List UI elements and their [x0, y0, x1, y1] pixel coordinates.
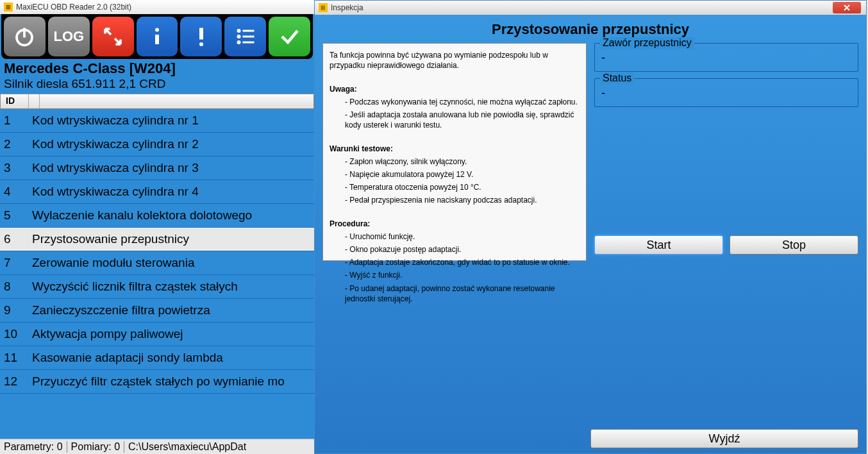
row-desc: Kod wtryskiwacza cylindra nr 3 — [28, 161, 314, 175]
dialog-app-icon: ⊞ — [319, 3, 328, 12]
row-id: 3 — [0, 161, 28, 175]
action-buttons: Start Stop — [594, 235, 858, 255]
row-desc: Wyczyścić licznik filtra cząstek stałych — [28, 280, 314, 294]
row-id: 5 — [0, 208, 28, 223]
status-bar: Parametry: 0 Pomiary: 0 C:\Users\maxiecu… — [0, 439, 314, 454]
row-id: 7 — [0, 256, 28, 270]
row-id: 12 — [0, 374, 28, 389]
instr-proc-5: - Po udanej adaptacji, powinno zostać wy… — [330, 283, 580, 304]
fullscreen-button[interactable] — [92, 17, 134, 56]
row-id: 11 — [0, 351, 28, 365]
info-button[interactable] — [137, 17, 178, 56]
log-button[interactable]: LOG — [48, 17, 90, 56]
svg-rect-4 — [199, 28, 203, 40]
row-desc: Przystosowanie przepustnicy — [28, 232, 314, 246]
dialog-title-text: Inspekcja — [331, 3, 363, 12]
engine-info: Silnik diesla 651.911 2,1 CRD — [4, 77, 310, 91]
instr-proc-1: - Uruchomić funkcję. — [330, 231, 580, 242]
warning-icon — [190, 25, 213, 48]
right-panel: Zawór przepustnicy - Status - Start Stop — [594, 43, 858, 261]
svg-point-6 — [237, 29, 240, 33]
row-id: 6 — [0, 232, 28, 246]
instr-uwaga-h: Uwaga: — [330, 84, 580, 94]
ok-button[interactable] — [269, 17, 310, 56]
dialog-titlebar[interactable]: ⊞ Inspekcja — [315, 1, 866, 15]
list-button[interactable] — [224, 17, 266, 56]
start-button[interactable]: Start — [594, 235, 723, 255]
info-icon — [146, 25, 169, 48]
stop-button[interactable]: Stop — [730, 235, 858, 255]
status-params: Parametry: 0 — [4, 441, 67, 453]
status-label: Status — [600, 72, 634, 84]
main-titlebar[interactable]: ⊞ MaxiECU OBD Reader 2.0 (32bit) — [0, 0, 314, 14]
table-row[interactable]: 4Kod wtryskiwacza cylindra nr 4 — [0, 180, 314, 204]
row-desc: Zerowanie modułu sterowania — [28, 256, 314, 270]
table-row[interactable]: 5Wylaczenie kanalu kolektora dolotowego — [0, 204, 314, 228]
dialog-window: ⊞ Inspekcja Przystosowanie przepustnicy … — [314, 0, 867, 454]
instr-warunki-2: - Napięcie akumulatora powyżej 12 V. — [330, 169, 580, 180]
th-id: ID — [1, 94, 29, 108]
dialog-body: Przystosowanie przepustnicy Ta funkcja p… — [315, 15, 866, 453]
th-desc — [29, 94, 40, 108]
row-desc: Przyuczyć filtr cząstek stałych po wymia… — [28, 374, 314, 389]
expand-icon — [101, 25, 124, 48]
table-row[interactable]: 6Przystosowanie przepustnicy — [0, 228, 314, 251]
main-window: ⊞ MaxiECU OBD Reader 2.0 (32bit) LOG Mer… — [0, 0, 314, 454]
svg-point-10 — [237, 40, 240, 44]
list-icon — [234, 25, 257, 48]
table-row[interactable]: 3Kod wtryskiwacza cylindra nr 3 — [0, 156, 314, 180]
table-row[interactable]: 10Aktywacja pompy paliwowej — [0, 323, 314, 346]
close-button[interactable] — [833, 2, 861, 13]
app-icon: ⊞ — [4, 3, 13, 12]
valve-value: - — [601, 51, 851, 65]
instr-warunki-h: Warunki testowe: — [330, 144, 580, 154]
row-desc: Kasowanie adaptacji sondy lambda — [28, 351, 314, 365]
instr-uwaga-1: - Podczas wykonywania tej czynności, nie… — [330, 97, 580, 107]
dialog-heading: Przystosowanie przepustnicy — [322, 21, 858, 38]
instr-proc-2: - Okno pokazuje postęp adaptacji. — [330, 244, 580, 255]
status-path: C:\Users\maxiecu\AppDat — [128, 441, 246, 453]
row-id: 4 — [0, 185, 28, 199]
row-desc: Kod wtryskiwacza cylindra nr 1 — [28, 114, 314, 128]
row-desc: Kod wtryskiwacza cylindra nr 2 — [28, 137, 314, 151]
row-desc: Kod wtryskiwacza cylindra nr 4 — [28, 185, 314, 199]
table-header: ID — [0, 94, 314, 109]
valve-field: Zawór przepustnicy - — [594, 43, 858, 72]
table-row[interactable]: 8Wyczyścić licznik filtra cząstek stałyc… — [0, 275, 314, 299]
row-id: 10 — [0, 327, 28, 341]
exit-button[interactable]: Wyjdź — [590, 429, 858, 448]
log-label: LOG — [53, 28, 84, 45]
instr-proc-h: Procedura: — [330, 219, 580, 229]
instr-uwaga-2: - Jeśli adaptacja została anulowana lub … — [330, 110, 580, 130]
power-button[interactable] — [4, 17, 46, 56]
table-row[interactable]: 2Kod wtryskiwacza cylindra nr 2 — [0, 133, 314, 156]
row-id: 9 — [0, 303, 28, 317]
warning-button[interactable] — [180, 17, 222, 56]
table-row[interactable]: 12Przyuczyć filtr cząstek stałych po wym… — [0, 370, 314, 394]
power-icon — [13, 25, 36, 48]
instr-warunki-4: - Pedał przyspieszenia nie naciskany pod… — [330, 195, 580, 205]
table-row[interactable]: 11Kasowanie adaptacji sondy lambda — [0, 346, 314, 370]
row-id: 1 — [0, 114, 28, 128]
svg-point-5 — [199, 42, 203, 46]
table-row[interactable]: 7Zerowanie modułu sterowania — [0, 251, 314, 275]
row-id: 2 — [0, 137, 28, 151]
svg-rect-3 — [155, 35, 159, 44]
row-desc: Zanieczyszczenie filtra powietrza — [28, 303, 314, 317]
svg-rect-9 — [242, 36, 254, 38]
check-icon — [278, 25, 301, 48]
vehicle-info: Mercedes C-Class [W204] Silnik diesla 65… — [0, 59, 314, 92]
dialog-content: Ta funkcja powinna być używana po wymian… — [322, 43, 858, 261]
row-id: 8 — [0, 280, 28, 294]
status-value: - — [601, 87, 851, 100]
function-table: ID 1Kod wtryskiwacza cylindra nr 12Kod w… — [0, 94, 314, 394]
table-row[interactable]: 9Zanieczyszczenie filtra powietrza — [0, 299, 314, 323]
svg-rect-7 — [242, 30, 254, 32]
toolbar: LOG — [1, 14, 313, 59]
row-desc: Aktywacja pompy paliwowej — [28, 327, 314, 341]
instr-proc-4: - Wyjść z funkcji. — [330, 270, 580, 280]
svg-point-2 — [155, 28, 159, 32]
main-title: MaxiECU OBD Reader 2.0 (32bit) — [16, 3, 131, 12]
table-row[interactable]: 1Kod wtryskiwacza cylindra nr 1 — [0, 109, 314, 133]
instr-intro: Ta funkcja powinna być używana po wymian… — [330, 50, 580, 71]
